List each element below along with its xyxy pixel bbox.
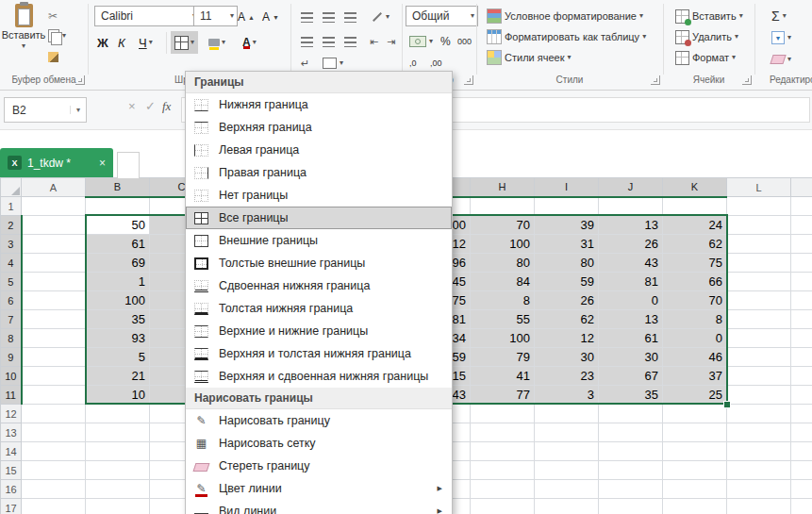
cell-A3[interactable]: [22, 235, 86, 254]
cell-L8[interactable]: [727, 329, 791, 348]
cell-H4[interactable]: 80: [471, 254, 535, 273]
format-as-table-button[interactable]: Форматировать как таблицу ▾: [483, 25, 650, 48]
cell-I11[interactable]: 3: [535, 386, 599, 405]
column-header-L[interactable]: L: [727, 178, 791, 197]
cell-H6[interactable]: 8: [471, 291, 535, 310]
cell-H9[interactable]: 79: [471, 348, 535, 367]
cell-K13[interactable]: [663, 423, 727, 442]
menu-item[interactable]: Внешние границы: [186, 229, 452, 252]
column-header-H[interactable]: H: [471, 178, 535, 197]
menu-item[interactable]: Вид линии▶: [186, 500, 452, 514]
cell-B14[interactable]: [86, 442, 150, 461]
cell-B5[interactable]: 1: [86, 273, 150, 291]
menu-item[interactable]: Верхние и нижние границы: [186, 320, 452, 342]
fill-button[interactable]: ▼ ▾: [768, 26, 795, 49]
cell-J8[interactable]: 61: [599, 329, 663, 348]
cell-K3[interactable]: 62: [663, 235, 727, 254]
cell-I2[interactable]: 39: [535, 216, 599, 235]
cell-B4[interactable]: 69: [86, 254, 150, 273]
menu-item[interactable]: ✎Цвет линии▶: [186, 477, 452, 500]
cell-L11[interactable]: [727, 386, 791, 405]
cell-A7[interactable]: [22, 310, 86, 329]
cell-M4[interactable]: [791, 254, 812, 273]
menu-item[interactable]: Толстая нижняя граница: [186, 297, 452, 320]
cell-J13[interactable]: [599, 423, 663, 442]
cell-A4[interactable]: [22, 254, 86, 273]
cell-M3[interactable]: [791, 235, 812, 254]
cell-K7[interactable]: 8: [663, 310, 727, 329]
cell-I1[interactable]: [535, 197, 599, 216]
row-header-1[interactable]: 1: [1, 197, 22, 216]
cell-I3[interactable]: 31: [535, 235, 599, 254]
cell-J9[interactable]: 30: [599, 348, 663, 367]
cell-K17[interactable]: [663, 499, 727, 514]
row-header-16[interactable]: 16: [1, 480, 22, 499]
autosum-button[interactable]: Σ ▾: [768, 5, 790, 27]
accounting-format-button[interactable]: ▾: [406, 30, 437, 53]
cell-A11[interactable]: [22, 386, 86, 405]
cell-A9[interactable]: [22, 348, 86, 367]
cell-J2[interactable]: 13: [599, 216, 663, 235]
cell-A2[interactable]: [22, 216, 86, 235]
cell-H1[interactable]: [471, 197, 535, 216]
cell-B11[interactable]: 10: [86, 386, 150, 405]
cell-J3[interactable]: 26: [599, 235, 663, 254]
cell-H11[interactable]: 77: [471, 386, 535, 405]
cell-L16[interactable]: [727, 480, 791, 499]
cell-L12[interactable]: [727, 405, 791, 423]
font-name-combo[interactable]: Calibri ▾: [94, 6, 200, 26]
row-header-5[interactable]: 5: [1, 273, 22, 291]
cell-K9[interactable]: 46: [663, 348, 727, 367]
decrease-indent-button[interactable]: ⇤: [366, 30, 382, 53]
cell-I15[interactable]: [535, 461, 599, 480]
menu-item[interactable]: Нет границы: [186, 184, 452, 207]
cell-L14[interactable]: [727, 442, 791, 461]
cell-J6[interactable]: 0: [599, 291, 663, 310]
cell-I17[interactable]: [535, 499, 599, 514]
cell-M11[interactable]: [791, 386, 812, 405]
insert-function-icon[interactable]: fx: [162, 99, 171, 114]
cell-B10[interactable]: 21: [86, 367, 150, 386]
cell-K6[interactable]: 70: [663, 291, 727, 310]
cell-K12[interactable]: [663, 405, 727, 423]
row-header-4[interactable]: 4: [1, 254, 22, 273]
document-tab[interactable]: X 1_tkdw * ×: [0, 148, 113, 177]
cell-M9[interactable]: [791, 348, 812, 367]
cell-K14[interactable]: [663, 442, 727, 461]
cell-M1[interactable]: [791, 197, 812, 216]
clipboard-dialog-launcher[interactable]: [75, 75, 85, 85]
menu-item[interactable]: Толстые внешние границы: [186, 252, 452, 274]
cell-J7[interactable]: 13: [599, 310, 663, 329]
cell-K2[interactable]: 24: [663, 216, 727, 235]
menu-item[interactable]: Сдвоенная нижняя граница: [186, 274, 452, 297]
cell-I9[interactable]: 30: [535, 348, 599, 367]
delete-cells-button[interactable]: Удалить ▾: [671, 25, 742, 48]
row-header-12[interactable]: 12: [1, 405, 22, 423]
empty-tab-stub[interactable]: [117, 152, 140, 178]
cell-M14[interactable]: [791, 442, 812, 461]
cell-I14[interactable]: [535, 442, 599, 461]
cell-J12[interactable]: [599, 405, 663, 423]
cell-H13[interactable]: [471, 423, 535, 442]
menu-item[interactable]: Все границы: [186, 207, 452, 229]
cell-I10[interactable]: 23: [535, 367, 599, 386]
cell-L15[interactable]: [727, 461, 791, 480]
cell-K4[interactable]: 75: [663, 254, 727, 273]
menu-item[interactable]: Стереть границу: [186, 455, 452, 477]
cell-A5[interactable]: [22, 273, 86, 291]
menu-item[interactable]: Левая граница: [186, 139, 452, 161]
cell-B8[interactable]: 93: [86, 329, 150, 348]
borders-button[interactable]: ▾: [171, 31, 198, 54]
cell-M15[interactable]: [791, 461, 812, 480]
cell-H5[interactable]: 84: [471, 273, 535, 291]
align-top-button[interactable]: [297, 6, 317, 28]
align-right-button[interactable]: [340, 30, 360, 53]
cell-L3[interactable]: [727, 235, 791, 254]
menu-item[interactable]: Верхняя и толстая нижняя граница: [186, 342, 452, 365]
row-header-10[interactable]: 10: [1, 367, 22, 386]
cell-B1[interactable]: [86, 197, 150, 216]
cell-B9[interactable]: 5: [86, 348, 150, 367]
cell-J10[interactable]: 67: [599, 367, 663, 386]
clear-button[interactable]: ▾: [768, 48, 795, 71]
cell-I13[interactable]: [535, 423, 599, 442]
